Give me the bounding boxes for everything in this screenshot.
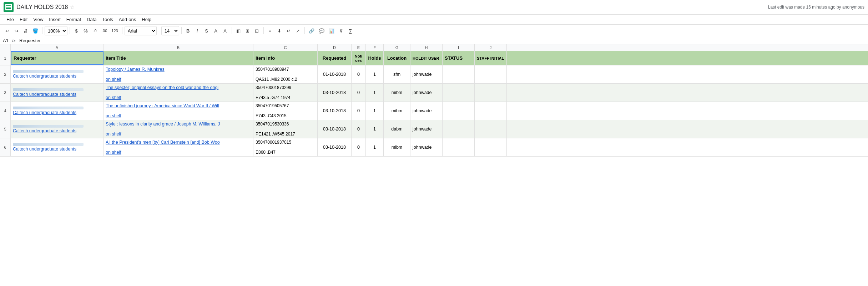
print-button[interactable]: 🖨 <box>21 26 30 35</box>
menu-edit[interactable]: Edit <box>17 15 30 24</box>
col-header-a[interactable]: A <box>11 44 104 51</box>
header-location-label: Location <box>386 55 408 61</box>
menu-format[interactable]: Format <box>64 15 84 24</box>
col-header-e[interactable]: E <box>352 44 366 51</box>
item-title-link[interactable]: Topology / James R. Munkres <box>106 67 251 72</box>
menu-view[interactable]: View <box>30 15 46 24</box>
borders-button[interactable]: ⊞ <box>243 26 252 35</box>
filter-button[interactable]: ⊽ <box>337 26 345 35</box>
cell-reference[interactable]: A1 <box>3 38 9 43</box>
cell-holdit-6: johnwade <box>410 138 443 156</box>
col-header-i[interactable]: I <box>443 44 475 51</box>
cell-title-2[interactable]: Topology / James R. Munkres on shelf <box>104 65 253 83</box>
item-shelf-link[interactable]: on shelf <box>106 150 251 155</box>
fill-color-button[interactable]: ◧ <box>234 26 243 35</box>
col-header-h[interactable]: H <box>410 44 443 51</box>
rotate-text-button[interactable]: ↗ <box>294 26 302 35</box>
header-cell-requester[interactable]: Requester <box>11 51 104 65</box>
header-cell-holds[interactable]: Holds <box>366 51 384 65</box>
notices-value: 0 <box>354 72 363 77</box>
doc-title[interactable]: DAILY HOLDS 2018 <box>16 4 68 10</box>
font-select[interactable]: Arial <box>125 26 157 35</box>
cell-requester-3[interactable]: Caltech undergraduate students <box>11 84 104 102</box>
cell-requester-6[interactable]: Caltech undergraduate students <box>11 138 104 156</box>
undo-button[interactable]: ↩ <box>3 26 11 35</box>
number-format-button[interactable]: 123 <box>110 26 120 35</box>
header-cell-item-title[interactable]: Item Title <box>104 51 253 65</box>
header-cell-status[interactable]: STATUS <box>443 51 475 65</box>
strikethrough-button[interactable]: S <box>202 26 211 35</box>
menu-help[interactable]: Help <box>139 15 154 24</box>
item-title-link[interactable]: Style : lessons in clarity and grace / J… <box>106 122 251 127</box>
requester-link[interactable]: Caltech undergraduate students <box>13 92 101 97</box>
paint-format-button[interactable]: 🪣 <box>31 26 40 35</box>
row-num-header <box>0 44 11 51</box>
barcode-text: 350470001873299 <box>256 85 315 90</box>
cell-location-2: sfm <box>384 65 410 83</box>
star-icon[interactable]: ☆ <box>70 4 75 10</box>
header-cell-staff-initial[interactable]: STAFF INITIAL <box>475 51 507 65</box>
item-shelf-link[interactable]: on shelf <box>106 113 251 118</box>
item-title-link[interactable]: The unfinished journey : America since W… <box>106 103 251 108</box>
requested-date: 03-10-2018 <box>320 127 349 132</box>
align-middle-button[interactable]: ⬇ <box>275 26 284 35</box>
chart-button[interactable]: 📊 <box>327 26 336 35</box>
menu-file[interactable]: File <box>4 15 17 24</box>
header-cell-requested[interactable]: Requested <box>318 51 352 65</box>
item-title-link[interactable]: All the President's men [by] Carl Bernst… <box>106 140 251 145</box>
col-header-g[interactable]: G <box>384 44 410 51</box>
item-shelf-link[interactable]: on shelf <box>106 132 251 137</box>
formula-content[interactable]: Requester <box>19 38 865 43</box>
requester-link[interactable]: Caltech undergraduate students <box>13 128 101 133</box>
toolbar-sep-8 <box>304 27 305 34</box>
merge-button[interactable]: ⊡ <box>253 26 261 35</box>
call-num-text: E743 .C43 2015 <box>256 113 315 118</box>
wrap-text-button[interactable]: ↵ <box>284 26 293 35</box>
column-headers-row: A B C D E F G H I J <box>0 44 868 51</box>
menu-addons[interactable]: Add-ons <box>116 15 139 24</box>
text-color-button[interactable]: A <box>221 26 229 35</box>
header-cell-location[interactable]: Location <box>384 51 410 65</box>
cell-requester-2[interactable]: Caltech undergraduate students <box>11 65 104 83</box>
italic-button[interactable]: I <box>193 26 202 35</box>
item-shelf-link[interactable]: on shelf <box>106 77 251 82</box>
requester-link[interactable]: Caltech undergraduate students <box>13 147 101 152</box>
holds-value: 1 <box>368 127 381 132</box>
cell-requester-5[interactable]: Caltech undergraduate students <box>11 120 104 138</box>
font-size-select[interactable]: 14 <box>161 26 179 35</box>
underline-button[interactable]: A <box>212 26 220 35</box>
col-header-f[interactable]: F <box>366 44 384 51</box>
menu-tools[interactable]: Tools <box>99 15 116 24</box>
align-left-button[interactable]: ≡ <box>266 26 274 35</box>
cell-requester-4[interactable]: Caltech undergraduate students <box>11 102 104 120</box>
requester-link[interactable]: Caltech undergraduate students <box>13 110 101 115</box>
decimal-increase-button[interactable]: .00 <box>100 26 109 35</box>
cell-title-6[interactable]: All the President's men [by] Carl Bernst… <box>104 138 253 156</box>
cell-title-4[interactable]: The unfinished journey : America since W… <box>104 102 253 120</box>
percent-button[interactable]: % <box>81 26 90 35</box>
currency-button[interactable]: $ <box>72 26 81 35</box>
col-header-b[interactable]: B <box>104 44 253 51</box>
zoom-select[interactable]: 100% <box>45 26 67 35</box>
col-header-j[interactable]: J <box>475 44 507 51</box>
menu-insert[interactable]: Insert <box>46 15 64 24</box>
header-cell-item-info[interactable]: Item Info <box>253 51 318 65</box>
menu-data[interactable]: Data <box>84 15 99 24</box>
comment-button[interactable]: 💬 <box>317 26 326 35</box>
link-button[interactable]: 🔗 <box>307 26 316 35</box>
decimal-decrease-button[interactable]: .0 <box>91 26 99 35</box>
header-cell-holdit-user[interactable]: HOLDIT USER <box>410 51 443 65</box>
cell-notices-3: 0 <box>352 84 366 102</box>
function-button[interactable]: ∑ <box>346 26 355 35</box>
header-cell-notices[interactable]: Noti ces <box>352 51 366 65</box>
cell-requested-5: 03-10-2018 <box>318 120 352 138</box>
item-shelf-link[interactable]: on shelf <box>106 95 251 100</box>
cell-title-5[interactable]: Style : lessons in clarity and grace / J… <box>104 120 253 138</box>
redo-button[interactable]: ↪ <box>12 26 21 35</box>
item-title-link[interactable]: The specter; original essays on the cold… <box>106 85 251 90</box>
col-header-d[interactable]: D <box>318 44 352 51</box>
requester-link[interactable]: Caltech undergraduate students <box>13 74 101 79</box>
bold-button[interactable]: B <box>184 26 192 35</box>
cell-title-3[interactable]: The specter; original essays on the cold… <box>104 84 253 102</box>
col-header-c[interactable]: C <box>253 44 318 51</box>
